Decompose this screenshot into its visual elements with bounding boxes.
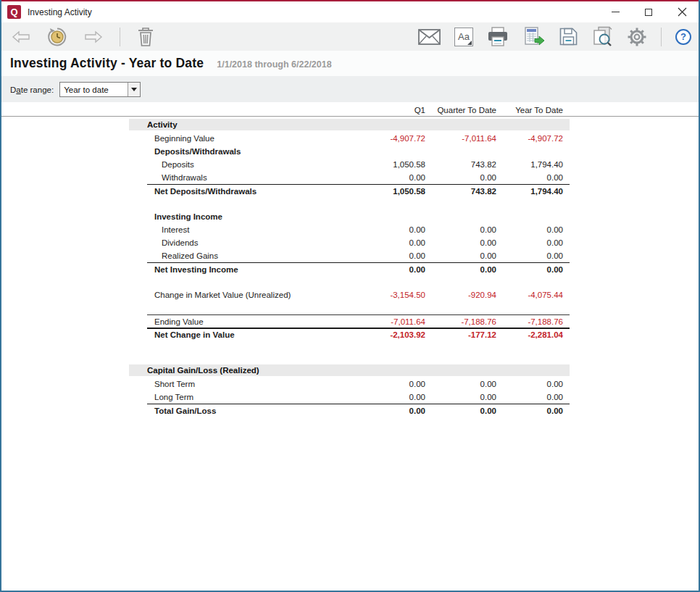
forward-button[interactable] xyxy=(84,30,103,44)
table-row-short-term: Short Term 0.00 0.00 0.00 xyxy=(147,378,570,391)
date-range-label-post: te range: xyxy=(21,86,54,94)
date-range-value: Year to date xyxy=(60,86,128,94)
row-value: -7,188.76 xyxy=(425,317,496,326)
table-row-dividends: Dividends 0.00 0.00 0.00 xyxy=(147,236,570,249)
row-value: -920.94 xyxy=(425,291,496,299)
toolbar: Aa xyxy=(1,22,699,51)
row-value: 743.82 xyxy=(425,160,496,169)
maximize-button[interactable] xyxy=(632,1,665,22)
trash-icon xyxy=(137,27,154,47)
row-value: 743.82 xyxy=(425,187,496,196)
save-report-button[interactable] xyxy=(559,27,578,46)
table-row-ending-value: Ending Value -7,011.64 -7,188.76 -7,188.… xyxy=(147,314,570,328)
row-value: 1,050.58 xyxy=(354,160,425,169)
chevron-down-icon xyxy=(131,88,137,94)
row-value: 0.00 xyxy=(425,380,496,388)
close-button[interactable] xyxy=(665,1,699,22)
help-button[interactable]: ? xyxy=(675,29,691,45)
row-value: -7,188.76 xyxy=(496,317,563,326)
row-value: 0.00 xyxy=(354,173,425,182)
toolbar-separator xyxy=(661,28,662,46)
help-icon: ? xyxy=(675,29,691,45)
row-label: Beginning Value xyxy=(147,134,354,143)
report-title: Investing Activity - Year to Date xyxy=(10,56,204,71)
close-icon xyxy=(678,7,687,17)
print-preview-button[interactable] xyxy=(592,26,613,47)
report-table: Activity Beginning Value -4,907.72 -7,01… xyxy=(129,119,570,417)
history-clock-icon xyxy=(47,27,67,47)
quicken-report-window: Q Investing Activity xyxy=(0,0,700,592)
table-row-investing-income-header: Investing Income xyxy=(147,210,570,223)
section-header-capital-gain-loss: Capital Gain/Loss (Realized) xyxy=(129,364,570,376)
row-value: -7,011.64 xyxy=(425,134,496,143)
column-header-q1: Q1 xyxy=(354,106,425,114)
spacer-row xyxy=(129,275,570,288)
back-arrow-icon xyxy=(12,30,30,44)
row-value: -4,907.72 xyxy=(354,134,425,143)
table-row-deposits: Deposits 1,050.58 743.82 1,794.40 xyxy=(147,158,570,171)
date-range-dropdown[interactable]: Year to date xyxy=(59,82,141,97)
row-value: 0.00 xyxy=(354,380,425,388)
title-bar: Q Investing Activity xyxy=(1,1,699,22)
column-header-row: Q1 Quarter To Date Year To Date xyxy=(129,102,570,114)
row-label: Long Term xyxy=(147,393,354,401)
font-size-button[interactable]: Aa xyxy=(454,28,473,46)
row-label: Ending Value xyxy=(147,317,354,326)
row-value: -2,281.04 xyxy=(496,330,563,339)
date-range-label: Date range: xyxy=(10,86,54,94)
spacer-row xyxy=(129,341,570,354)
spacer-row xyxy=(129,197,570,210)
table-row-net-deposits-withdrawals: Net Deposits/Withdrawals 1,050.58 743.82… xyxy=(147,184,570,197)
filter-bar: Date range: Year to date xyxy=(1,76,699,104)
back-button[interactable] xyxy=(12,30,30,44)
row-label: Short Term xyxy=(147,380,354,388)
row-value: -3,154.50 xyxy=(354,291,425,299)
row-value: 0.00 xyxy=(496,393,563,401)
maximize-icon xyxy=(645,9,652,16)
delete-report-button[interactable] xyxy=(137,27,154,47)
print-preview-icon xyxy=(592,26,613,47)
section-header-activity: Activity xyxy=(129,119,570,130)
row-value: -2,103.92 xyxy=(354,330,425,339)
table-row-net-investing-income: Net Investing Income 0.00 0.00 0.00 xyxy=(147,262,570,275)
row-label: Net Change in Value xyxy=(147,330,354,339)
row-value: 0.00 xyxy=(496,251,563,260)
row-value: 0.00 xyxy=(354,251,425,260)
window-title: Investing Activity xyxy=(28,7,92,17)
report-period: 1/1/2018 through 6/22/2018 xyxy=(217,59,331,70)
export-spreadsheet-icon xyxy=(522,27,545,47)
history-button[interactable] xyxy=(47,27,67,47)
spacer-row xyxy=(129,354,570,362)
table-row-total-gain-loss: Total Gain/Loss 0.00 0.00 0.00 xyxy=(147,404,570,417)
row-value: 0.00 xyxy=(425,251,496,260)
row-label: Net Investing Income xyxy=(147,265,354,274)
minimize-icon xyxy=(612,12,620,12)
column-header-quarter-to-date: Quarter To Date xyxy=(425,106,496,114)
row-value: 1,050.58 xyxy=(354,187,425,196)
export-button[interactable] xyxy=(522,27,545,47)
row-value: 0.00 xyxy=(496,380,563,388)
row-value: -4,907.72 xyxy=(496,134,563,143)
row-value: 0.00 xyxy=(496,238,563,247)
row-label: Deposits xyxy=(147,160,354,169)
report-banner: Investing Activity - Year to Date 1/1/20… xyxy=(1,51,699,76)
quicken-logo-icon: Q xyxy=(7,5,21,19)
print-button[interactable] xyxy=(487,27,509,47)
row-label: Interest xyxy=(147,225,354,234)
email-report-button[interactable] xyxy=(418,29,441,45)
envelope-icon xyxy=(418,29,441,45)
help-question-mark: ? xyxy=(680,31,686,42)
row-value: 1,794.40 xyxy=(496,160,563,169)
font-size-icon: Aa xyxy=(454,28,473,46)
row-value: 0.00 xyxy=(496,407,563,415)
row-label: Dividends xyxy=(147,238,354,247)
row-value: 0.00 xyxy=(354,265,425,274)
settings-button[interactable] xyxy=(627,27,647,47)
row-value: 0.00 xyxy=(425,265,496,274)
window-controls xyxy=(599,1,699,22)
minimize-button[interactable] xyxy=(599,1,632,22)
dropdown-button[interactable] xyxy=(128,83,140,96)
table-row-deposits-withdrawals-header: Deposits/Withdrawals xyxy=(147,145,570,158)
row-value: 0.00 xyxy=(354,407,425,415)
printer-icon xyxy=(487,27,509,47)
